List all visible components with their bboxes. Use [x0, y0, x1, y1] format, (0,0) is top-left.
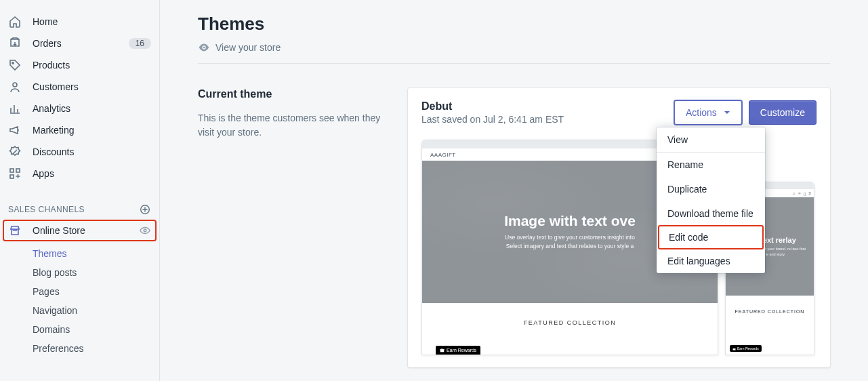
dropdown-label: Download theme file: [667, 208, 753, 219]
actions-button[interactable]: Actions: [674, 100, 742, 125]
theme-buttons: Actions Customize: [674, 100, 817, 125]
subnav-label: Navigation: [33, 305, 77, 316]
dropdown-label: View: [667, 134, 688, 145]
subnav-label: Domains: [33, 324, 70, 335]
subnav-domains[interactable]: Domains: [33, 320, 159, 339]
subnav-label: Pages: [33, 286, 60, 297]
subnav-preferences[interactable]: Preferences: [33, 339, 159, 358]
nav-discounts[interactable]: Discounts: [0, 141, 159, 163]
dropdown-label: Rename: [667, 159, 703, 170]
dropdown-edit-code[interactable]: Edit code: [658, 225, 764, 249]
preview-hero-text1: Use overlay text to give your customers …: [505, 233, 635, 242]
subnav-label: Themes: [33, 248, 67, 259]
theme-card: Debut Last saved on Jul 2, 6:41 am EST A…: [408, 88, 830, 367]
reward-label: Earn Rewards: [737, 346, 759, 350]
dropdown-label: Edit languages: [667, 256, 730, 266]
section-title: SALES CHANNELS: [8, 205, 139, 214]
orders-icon: [8, 37, 22, 50]
subnav-themes[interactable]: Themes: [33, 244, 159, 263]
customer-icon: [8, 80, 22, 94]
sales-channels-header: SALES CHANNELS: [0, 203, 159, 216]
menu-icon: ≡: [808, 191, 811, 195]
svg-rect-2: [10, 169, 14, 172]
customize-button[interactable]: Customize: [749, 100, 817, 125]
nav-online-store[interactable]: Online Store: [3, 220, 157, 241]
nav-analytics[interactable]: Analytics: [0, 98, 159, 119]
gift-icon: [440, 348, 445, 353]
svg-rect-9: [440, 349, 444, 350]
tag-icon: [8, 58, 22, 72]
nav-label: Products: [33, 60, 151, 71]
dropdown-view[interactable]: View: [657, 127, 765, 152]
gift-icon: [732, 347, 736, 350]
svg-point-1: [13, 83, 17, 87]
nav-label: Apps: [33, 168, 151, 179]
actions-label: Actions: [686, 107, 717, 118]
discount-icon: [8, 145, 22, 159]
theme-title-block: Debut Last saved on Jul 2, 6:41 am EST: [421, 100, 674, 125]
add-channel-icon[interactable]: [139, 203, 151, 216]
subnav-blog-posts[interactable]: Blog posts: [33, 263, 159, 282]
section-desc: This is the theme customers see when the…: [198, 111, 394, 140]
subnav-label: Blog posts: [33, 267, 77, 278]
bag-icon: ▯: [804, 191, 806, 196]
subnav-label: Preferences: [33, 343, 83, 354]
user-icon: ⍟: [798, 191, 801, 195]
online-store-subnav: Themes Blog posts Pages Navigation Domai…: [0, 244, 159, 358]
nav-label: Marketing: [33, 125, 151, 136]
orders-badge: 16: [129, 38, 151, 49]
store-icon: [8, 224, 22, 237]
mobile-reward-badge: Earn Rewards: [730, 345, 762, 352]
preview-reward-badge: Earn Rewards: [436, 346, 480, 355]
nav-orders[interactable]: Orders 16: [0, 33, 159, 54]
subnav-navigation[interactable]: Navigation: [33, 301, 159, 320]
theme-saved: Last saved on Jul 2, 6:41 am EST: [421, 114, 674, 125]
view-store-label: View your store: [215, 42, 281, 53]
nav-home[interactable]: Home: [0, 11, 159, 33]
nav-label: Discounts: [33, 146, 151, 157]
nav-label: Customers: [33, 81, 151, 92]
dropdown-rename[interactable]: Rename: [657, 153, 765, 177]
nav-marketing[interactable]: Marketing: [0, 119, 159, 141]
theme-header: Debut Last saved on Jul 2, 6:41 am EST A…: [421, 100, 817, 125]
dropdown-download[interactable]: Download theme file: [657, 201, 765, 226]
section-heading: Current theme: [198, 88, 394, 100]
current-theme-section: Current theme This is the theme customer…: [198, 88, 830, 367]
eye-icon: [198, 41, 210, 54]
nav-label: Orders: [33, 38, 129, 49]
nav-label: Online Store: [33, 225, 139, 236]
actions-dropdown: View Rename Duplicate Download theme fil…: [657, 127, 765, 273]
nav-customers[interactable]: Customers: [0, 76, 159, 98]
mobile-featured: FEATURED COLLECTION: [726, 296, 814, 314]
sidebar: Home Orders 16 Products Customers Analyt…: [0, 0, 160, 381]
svg-point-6: [144, 229, 146, 232]
customize-label: Customize: [760, 107, 805, 118]
subnav-pages[interactable]: Pages: [33, 282, 159, 301]
theme-name: Debut: [421, 100, 674, 113]
svg-rect-3: [16, 169, 20, 172]
svg-rect-8: [440, 350, 445, 353]
page-title: Themes: [198, 14, 830, 35]
preview-brand: AAAGIFT: [430, 152, 456, 158]
home-icon: [8, 15, 22, 28]
svg-point-0: [12, 62, 14, 64]
view-store-link[interactable]: View your store: [198, 41, 830, 64]
reward-label: Earn Rewards: [447, 348, 476, 353]
chevron-down-icon: [724, 107, 730, 118]
megaphone-icon: [8, 123, 22, 137]
nav-label: Analytics: [33, 103, 151, 114]
svg-rect-4: [10, 175, 14, 178]
eye-icon[interactable]: [139, 224, 151, 237]
dropdown-label: Edit code: [669, 232, 708, 243]
preview-featured: FEATURED COLLECTION: [422, 303, 718, 326]
preview-hero-text2: Select imagery and text that relates to …: [506, 242, 634, 251]
preview-hero-heading: Image with text ove: [504, 213, 636, 229]
apps-icon: [8, 167, 22, 180]
dropdown-label: Duplicate: [667, 184, 707, 195]
nav-products[interactable]: Products: [0, 54, 159, 76]
dropdown-edit-languages[interactable]: Edit languages: [657, 249, 765, 273]
svg-rect-10: [733, 348, 736, 350]
nav-apps[interactable]: Apps: [0, 163, 159, 184]
svg-point-7: [203, 47, 205, 49]
dropdown-duplicate[interactable]: Duplicate: [657, 177, 765, 201]
